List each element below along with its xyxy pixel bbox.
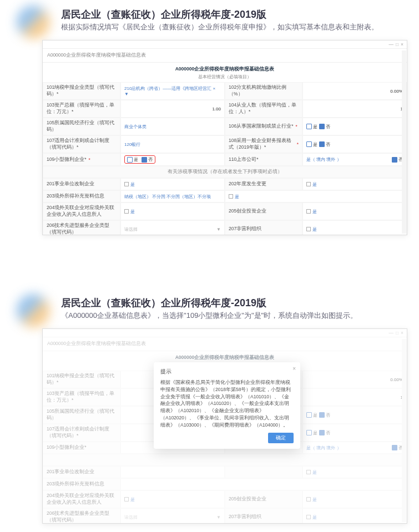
- lbl-104: 104从业人数（填报平均值，单位：人）*: [225, 100, 302, 118]
- basic-info-grid: 101纳税申报企业类型（填写代码）* 210总机构（跨省）——适用《跨地区经营汇…: [43, 82, 407, 235]
- val-204[interactable]: 是: [120, 202, 225, 220]
- slide-title: 居民企业（查账征收）企业所得税年度-2019版: [61, 296, 397, 310]
- slide-1: 居民企业（查账征收）企业所得税年度-2019版 根据实际情况填写《居民企业（查账…: [0, 0, 419, 239]
- lbl-110: 110上市公司*: [225, 153, 302, 166]
- slide-subtitle: 《A000000企业基础信息表》，当选择"109小型微利企业"为"是"时，系统自…: [61, 311, 397, 321]
- lbl-102: 102分支机构就地缴纳比例（%）: [225, 82, 302, 100]
- radio-108-yes[interactable]: 是: [306, 141, 317, 148]
- slide-2: 居民企业（查账征收）企业所得税年度-2019版 《A000000企业基础信息表》…: [0, 288, 419, 527]
- lbl-204: 204境外关联企业对应境外关联企业收入的关人信息所人: [43, 202, 120, 220]
- modal-close-icon[interactable]: ×: [292, 366, 296, 372]
- val-109[interactable]: 是 否: [120, 153, 225, 166]
- val-203[interactable]: 纳税（地区） 不分国 不分国（地区）不分项: [120, 190, 225, 202]
- radio-109-yes[interactable]: 是: [127, 156, 138, 163]
- lbl-101: 101纳税申报企业类型（填写代码）*: [43, 82, 120, 100]
- app-window-2: — □ × A000000企业所得税年度纳税申报基础信息表 A000000企业所…: [42, 328, 407, 524]
- section-note: 有关涉税事项情况（存在或者发生下列事项时必填）: [43, 166, 407, 178]
- lbl-109: 109小型微利企业**: [43, 153, 120, 166]
- lbl-203: 203境外所得补充资料信息: [43, 190, 120, 202]
- lbl-207: 207非营利组织: [225, 220, 302, 235]
- val-108[interactable]: 是 否: [302, 135, 407, 153]
- lbl-103: 103资产总额（填报平均值，单位：万元）*: [43, 100, 120, 118]
- val-103[interactable]: 1.00: [120, 100, 225, 118]
- radio-106-no[interactable]: 否: [319, 124, 330, 130]
- radio-108-no[interactable]: 否: [319, 141, 330, 148]
- lbl-108: 108采用一般企业财务报表格式（2019年版）**: [225, 135, 302, 153]
- radio-109-no[interactable]: 否: [142, 156, 153, 163]
- val-104[interactable]: 1: [302, 100, 407, 118]
- val-101[interactable]: 210总机构（跨省）——适用《跨地区经营汇 × ▼: [120, 82, 225, 100]
- modal-title: 提示: [160, 368, 294, 376]
- val-201[interactable]: 是: [120, 178, 225, 190]
- radio-106-yes[interactable]: 是: [306, 124, 317, 130]
- lbl-106: 106从事国家限制或禁止行业**: [225, 118, 302, 135]
- lbl-202: 202年度发生变更: [225, 178, 302, 190]
- lbl-107: 107适用会计准则或会计制度（填写代码）*: [43, 135, 120, 153]
- scrollbar[interactable]: [402, 50, 406, 234]
- val-203-yn[interactable]: 是: [225, 190, 407, 202]
- close-icon[interactable]: ×: [401, 42, 403, 47]
- radio-110-no[interactable]: 否: [392, 156, 403, 163]
- val-207[interactable]: 是: [302, 220, 407, 235]
- modal-ok-button[interactable]: 确定: [268, 433, 294, 443]
- val-102: 0.00%: [302, 82, 407, 100]
- breadcrumb: A000000企业所得税年度纳税申报基础信息表: [43, 49, 407, 63]
- minimize-icon[interactable]: —: [388, 42, 393, 47]
- val-202[interactable]: 是: [302, 178, 407, 190]
- tip-modal: × 提示 根据《国家税务总局关于简化小型微利企业所得税年度纳税申报有关措施的公告…: [154, 362, 300, 449]
- highlight-109: 是 否: [124, 155, 155, 164]
- lbl-206: 206技术先进型服务企业类型（填写代码）: [43, 220, 120, 235]
- lbl-105: 105所属国民经济行业（填写代码）: [43, 118, 120, 135]
- modal-body: 根据《国家税务总局关于简化小型微利企业所得税年度纳税申报有关措施的公告》（201…: [160, 379, 294, 428]
- val-206[interactable]: 请选择▼: [120, 220, 225, 235]
- val-106[interactable]: 是 否: [302, 118, 407, 135]
- slide-subtitle: 根据实际情况填写《居民企业（查账征收）企业所得税年度申报》，如实填写基本信息表和…: [61, 22, 397, 32]
- val-107[interactable]: 120银行: [120, 135, 225, 153]
- decor-bubble: [17, 6, 50, 39]
- maximize-icon[interactable]: □: [396, 42, 398, 47]
- form-subtitle: 基本经营情况（必填项目）: [43, 74, 407, 82]
- val-105[interactable]: 商业个体类: [120, 118, 225, 135]
- decor-bubble: [17, 294, 50, 327]
- app-window-1: — □ × A000000企业所得税年度纳税申报基础信息表 A000000企业所…: [42, 40, 407, 235]
- lbl-201: 201事业单位改制企业: [43, 178, 120, 190]
- lbl-205: 205创业投资企业: [225, 202, 302, 220]
- slide-title: 居民企业（查账征收）企业所得税年度-2019版: [61, 8, 397, 21]
- form-title: A000000企业所得税年度纳税申报基础信息表: [43, 63, 407, 74]
- val-110[interactable]: 是（ 境内 境外 ） 否: [302, 153, 407, 166]
- val-205[interactable]: 是: [302, 202, 407, 220]
